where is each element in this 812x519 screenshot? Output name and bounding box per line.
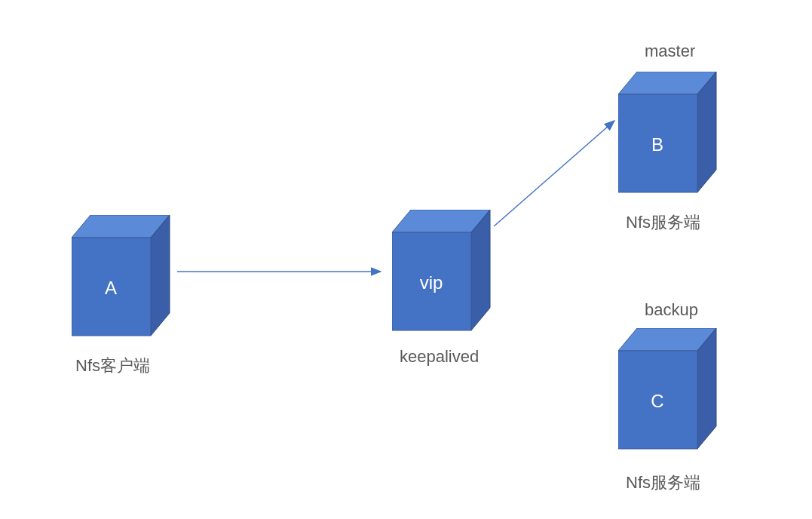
label-b-below: Nfs服务端 — [626, 211, 700, 234]
cube-vip-letter: vip — [420, 272, 443, 293]
cube-c-letter: C — [651, 391, 663, 411]
svg-line-15 — [494, 121, 614, 226]
arrow-a-to-vip — [177, 264, 388, 279]
cube-b-letter: B — [651, 134, 663, 155]
label-vip-below: keepalived — [400, 347, 479, 367]
cube-a-letter: A — [105, 278, 117, 298]
label-a-below: Nfs客户端 — [75, 355, 150, 377]
label-c-below: Nfs服务端 — [626, 471, 700, 494]
arrow-vip-to-b — [494, 113, 630, 234]
label-b-above: master — [645, 41, 695, 61]
label-c-above: backup — [645, 300, 698, 320]
